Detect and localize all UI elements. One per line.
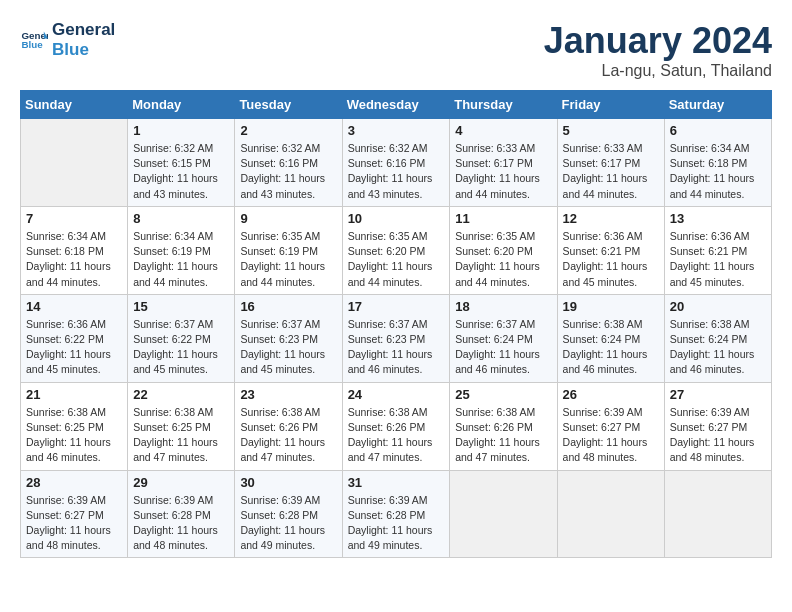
day-info: Sunrise: 6:36 AMSunset: 6:21 PMDaylight:… <box>670 229 766 290</box>
calendar-cell: 31Sunrise: 6:39 AMSunset: 6:28 PMDayligh… <box>342 470 450 558</box>
day-info: Sunrise: 6:37 AMSunset: 6:23 PMDaylight:… <box>348 317 445 378</box>
calendar-cell: 10Sunrise: 6:35 AMSunset: 6:20 PMDayligh… <box>342 206 450 294</box>
day-number: 9 <box>240 211 336 226</box>
title-block: January 2024 La-ngu, Satun, Thailand <box>544 20 772 80</box>
week-row-3: 14Sunrise: 6:36 AMSunset: 6:22 PMDayligh… <box>21 294 772 382</box>
day-info: Sunrise: 6:38 AMSunset: 6:26 PMDaylight:… <box>348 405 445 466</box>
day-number: 15 <box>133 299 229 314</box>
header-monday: Monday <box>128 91 235 119</box>
logo: General Blue General Blue <box>20 20 115 59</box>
svg-text:Blue: Blue <box>21 39 43 50</box>
day-number: 20 <box>670 299 766 314</box>
day-number: 28 <box>26 475 122 490</box>
calendar-cell: 27Sunrise: 6:39 AMSunset: 6:27 PMDayligh… <box>664 382 771 470</box>
calendar-cell: 24Sunrise: 6:38 AMSunset: 6:26 PMDayligh… <box>342 382 450 470</box>
day-info: Sunrise: 6:39 AMSunset: 6:27 PMDaylight:… <box>563 405 659 466</box>
calendar-cell: 22Sunrise: 6:38 AMSunset: 6:25 PMDayligh… <box>128 382 235 470</box>
day-number: 4 <box>455 123 551 138</box>
calendar-cell: 2Sunrise: 6:32 AMSunset: 6:16 PMDaylight… <box>235 119 342 207</box>
week-row-1: 1Sunrise: 6:32 AMSunset: 6:15 PMDaylight… <box>21 119 772 207</box>
calendar-cell <box>450 470 557 558</box>
day-info: Sunrise: 6:37 AMSunset: 6:22 PMDaylight:… <box>133 317 229 378</box>
logo-blue: Blue <box>52 40 115 60</box>
calendar-cell: 13Sunrise: 6:36 AMSunset: 6:21 PMDayligh… <box>664 206 771 294</box>
day-number: 7 <box>26 211 122 226</box>
page-header: General Blue General Blue January 2024 L… <box>20 20 772 80</box>
day-number: 17 <box>348 299 445 314</box>
header-sunday: Sunday <box>21 91 128 119</box>
day-number: 16 <box>240 299 336 314</box>
day-info: Sunrise: 6:34 AMSunset: 6:18 PMDaylight:… <box>26 229 122 290</box>
header-tuesday: Tuesday <box>235 91 342 119</box>
day-number: 31 <box>348 475 445 490</box>
day-info: Sunrise: 6:33 AMSunset: 6:17 PMDaylight:… <box>455 141 551 202</box>
day-info: Sunrise: 6:39 AMSunset: 6:27 PMDaylight:… <box>26 493 122 554</box>
day-number: 14 <box>26 299 122 314</box>
day-info: Sunrise: 6:38 AMSunset: 6:26 PMDaylight:… <box>240 405 336 466</box>
calendar-cell: 8Sunrise: 6:34 AMSunset: 6:19 PMDaylight… <box>128 206 235 294</box>
day-number: 5 <box>563 123 659 138</box>
day-info: Sunrise: 6:36 AMSunset: 6:22 PMDaylight:… <box>26 317 122 378</box>
day-number: 29 <box>133 475 229 490</box>
calendar-cell: 29Sunrise: 6:39 AMSunset: 6:28 PMDayligh… <box>128 470 235 558</box>
day-info: Sunrise: 6:35 AMSunset: 6:19 PMDaylight:… <box>240 229 336 290</box>
day-info: Sunrise: 6:32 AMSunset: 6:15 PMDaylight:… <box>133 141 229 202</box>
calendar-cell: 30Sunrise: 6:39 AMSunset: 6:28 PMDayligh… <box>235 470 342 558</box>
calendar-cell: 12Sunrise: 6:36 AMSunset: 6:21 PMDayligh… <box>557 206 664 294</box>
day-number: 19 <box>563 299 659 314</box>
calendar-cell: 1Sunrise: 6:32 AMSunset: 6:15 PMDaylight… <box>128 119 235 207</box>
calendar-table: SundayMondayTuesdayWednesdayThursdayFrid… <box>20 90 772 558</box>
calendar-cell <box>557 470 664 558</box>
week-row-4: 21Sunrise: 6:38 AMSunset: 6:25 PMDayligh… <box>21 382 772 470</box>
day-info: Sunrise: 6:38 AMSunset: 6:26 PMDaylight:… <box>455 405 551 466</box>
calendar-cell: 7Sunrise: 6:34 AMSunset: 6:18 PMDaylight… <box>21 206 128 294</box>
day-info: Sunrise: 6:37 AMSunset: 6:23 PMDaylight:… <box>240 317 336 378</box>
day-info: Sunrise: 6:38 AMSunset: 6:25 PMDaylight:… <box>133 405 229 466</box>
calendar-cell <box>21 119 128 207</box>
calendar-cell: 15Sunrise: 6:37 AMSunset: 6:22 PMDayligh… <box>128 294 235 382</box>
day-info: Sunrise: 6:39 AMSunset: 6:28 PMDaylight:… <box>240 493 336 554</box>
calendar-cell: 25Sunrise: 6:38 AMSunset: 6:26 PMDayligh… <box>450 382 557 470</box>
calendar-header-row: SundayMondayTuesdayWednesdayThursdayFrid… <box>21 91 772 119</box>
day-info: Sunrise: 6:34 AMSunset: 6:19 PMDaylight:… <box>133 229 229 290</box>
day-number: 12 <box>563 211 659 226</box>
day-number: 27 <box>670 387 766 402</box>
day-number: 1 <box>133 123 229 138</box>
day-number: 22 <box>133 387 229 402</box>
day-number: 10 <box>348 211 445 226</box>
calendar-cell: 21Sunrise: 6:38 AMSunset: 6:25 PMDayligh… <box>21 382 128 470</box>
calendar-cell: 17Sunrise: 6:37 AMSunset: 6:23 PMDayligh… <box>342 294 450 382</box>
day-number: 11 <box>455 211 551 226</box>
day-number: 18 <box>455 299 551 314</box>
calendar-cell: 20Sunrise: 6:38 AMSunset: 6:24 PMDayligh… <box>664 294 771 382</box>
header-wednesday: Wednesday <box>342 91 450 119</box>
day-number: 30 <box>240 475 336 490</box>
day-number: 25 <box>455 387 551 402</box>
month-title: January 2024 <box>544 20 772 62</box>
calendar-cell: 3Sunrise: 6:32 AMSunset: 6:16 PMDaylight… <box>342 119 450 207</box>
header-thursday: Thursday <box>450 91 557 119</box>
day-number: 2 <box>240 123 336 138</box>
day-number: 23 <box>240 387 336 402</box>
day-number: 8 <box>133 211 229 226</box>
calendar-cell: 4Sunrise: 6:33 AMSunset: 6:17 PMDaylight… <box>450 119 557 207</box>
day-info: Sunrise: 6:32 AMSunset: 6:16 PMDaylight:… <box>348 141 445 202</box>
calendar-cell: 23Sunrise: 6:38 AMSunset: 6:26 PMDayligh… <box>235 382 342 470</box>
calendar-cell <box>664 470 771 558</box>
calendar-cell: 9Sunrise: 6:35 AMSunset: 6:19 PMDaylight… <box>235 206 342 294</box>
header-friday: Friday <box>557 91 664 119</box>
day-info: Sunrise: 6:37 AMSunset: 6:24 PMDaylight:… <box>455 317 551 378</box>
calendar-cell: 28Sunrise: 6:39 AMSunset: 6:27 PMDayligh… <box>21 470 128 558</box>
day-info: Sunrise: 6:38 AMSunset: 6:25 PMDaylight:… <box>26 405 122 466</box>
day-info: Sunrise: 6:33 AMSunset: 6:17 PMDaylight:… <box>563 141 659 202</box>
day-info: Sunrise: 6:32 AMSunset: 6:16 PMDaylight:… <box>240 141 336 202</box>
logo-general: General <box>52 20 115 40</box>
day-info: Sunrise: 6:39 AMSunset: 6:28 PMDaylight:… <box>133 493 229 554</box>
calendar-cell: 5Sunrise: 6:33 AMSunset: 6:17 PMDaylight… <box>557 119 664 207</box>
day-number: 13 <box>670 211 766 226</box>
calendar-cell: 16Sunrise: 6:37 AMSunset: 6:23 PMDayligh… <box>235 294 342 382</box>
day-number: 21 <box>26 387 122 402</box>
week-row-5: 28Sunrise: 6:39 AMSunset: 6:27 PMDayligh… <box>21 470 772 558</box>
day-info: Sunrise: 6:38 AMSunset: 6:24 PMDaylight:… <box>670 317 766 378</box>
day-number: 26 <box>563 387 659 402</box>
